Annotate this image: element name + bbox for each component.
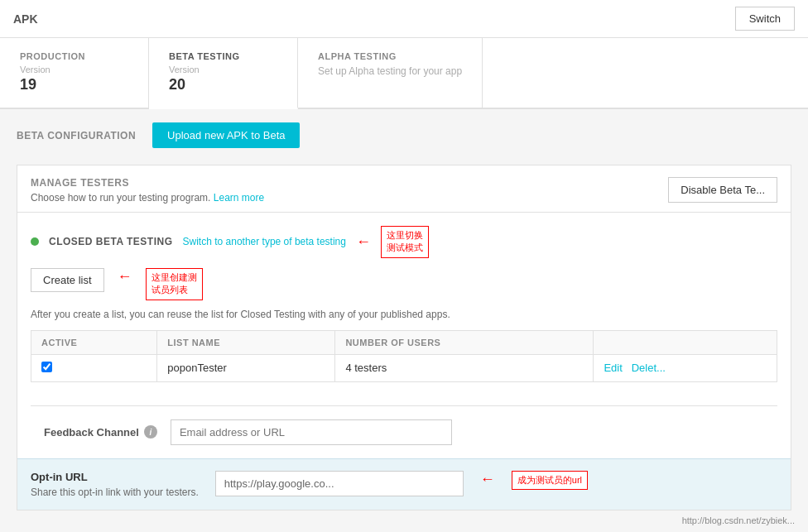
tab-production-label: PRODUCTION — [20, 51, 128, 61]
optin-desc: Share this opt-in link with your testers… — [31, 486, 199, 498]
row-actions: Edit Delet... — [594, 354, 777, 381]
row-num-users: 4 testers — [335, 354, 594, 381]
feedback-input[interactable] — [171, 419, 452, 445]
arrow-icon-3: ← — [480, 471, 495, 488]
testers-table: ACTIVE LIST NAME NUMBER OF USERS poponTe… — [31, 330, 777, 382]
testers-table-wrapper: ACTIVE LIST NAME NUMBER OF USERS poponTe… — [31, 330, 777, 392]
annotation-create-list: 这里创建测试员列表 — [146, 268, 203, 300]
create-list-row: Create list ← 这里创建测试员列表 — [31, 268, 777, 300]
closed-beta-section: CLOSED BETA TESTING Switch to another ty… — [17, 213, 791, 458]
annotation-switch-mode: 这里切换测试模式 — [381, 226, 429, 258]
watermark: http://blog.csdn.net/zybiek... — [676, 512, 801, 524]
tab-beta-label: BETA TESTING — [169, 51, 277, 61]
col-header-actions — [594, 330, 777, 354]
col-header-list-name: LIST NAME — [157, 330, 335, 354]
page-title: APK — [13, 12, 38, 26]
tab-beta-value: 20 — [169, 76, 277, 93]
optin-url-input[interactable] — [215, 471, 464, 496]
tab-alpha-desc: Set up Alpha testing for your app — [318, 65, 462, 79]
edit-link[interactable]: Edit — [604, 362, 622, 374]
closed-beta-header: CLOSED BETA TESTING Switch to another ty… — [31, 226, 777, 258]
optin-section: Opt-in URL Share this opt-in link with y… — [17, 458, 791, 510]
learn-more-link[interactable]: Learn more — [214, 192, 264, 204]
manage-testers-desc: Choose how to run your testing program. … — [31, 192, 264, 204]
tab-production-sublabel: Version — [20, 65, 128, 74]
top-bar: APK Switch — [0, 0, 808, 38]
optin-left: Opt-in URL Share this opt-in link with y… — [31, 471, 199, 498]
feedback-label-text: Feedback Channel — [44, 426, 139, 439]
active-checkbox[interactable] — [41, 362, 52, 372]
beta-config-label: BETA CONFIGURATION — [17, 130, 136, 141]
table-row: poponTester 4 testers Edit Delet... — [31, 354, 777, 381]
col-header-num-users: NUMBER OF USERS — [335, 330, 594, 354]
manage-testers-title: MANAGE TESTERS — [31, 177, 264, 189]
closed-beta-title: CLOSED BETA TESTING — [49, 236, 173, 247]
optin-title: Opt-in URL — [31, 471, 199, 483]
col-header-active: ACTIVE — [31, 330, 157, 354]
manage-testers-header: MANAGE TESTERS Choose how to run your te… — [17, 165, 791, 213]
switch-button[interactable]: Switch — [735, 7, 795, 31]
active-indicator — [31, 237, 39, 246]
manage-testers-section: MANAGE TESTERS Choose how to run your te… — [17, 165, 791, 510]
upload-apk-button[interactable]: Upload new APK to Beta — [152, 122, 300, 148]
arrow-icon-1: ← — [356, 233, 371, 251]
delete-link[interactable]: Delet... — [632, 362, 666, 374]
create-list-button[interactable]: Create list — [31, 268, 104, 292]
tab-production[interactable]: PRODUCTION Version 19 — [0, 38, 149, 108]
tabs-container: PRODUCTION Version 19 BETA TESTING Versi… — [0, 38, 808, 109]
tab-beta-sublabel: Version — [169, 65, 277, 74]
feedback-label: Feedback Channel i — [44, 425, 157, 439]
feedback-section: Feedback Channel i — [31, 405, 777, 458]
content-area: BETA CONFIGURATION Upload new APK to Bet… — [0, 109, 808, 524]
manage-testers-desc-text: Choose how to run your testing program. — [31, 192, 210, 204]
create-list-desc: After you create a list, you can reuse t… — [31, 309, 777, 320]
row-list-name: poponTester — [157, 354, 335, 381]
manage-testers-left: MANAGE TESTERS Choose how to run your te… — [31, 177, 264, 204]
tab-alpha-testing[interactable]: ALPHA TESTING Set up Alpha testing for y… — [298, 38, 483, 108]
annotation-optin-url: 成为测试员的url — [512, 471, 588, 490]
tab-beta-testing[interactable]: BETA TESTING Version 20 — [149, 38, 298, 109]
arrow-icon-2: ← — [118, 268, 132, 285]
tab-production-value: 19 — [20, 76, 128, 93]
disable-beta-button[interactable]: Disable Beta Te... — [668, 177, 777, 203]
row-active-checkbox[interactable] — [31, 354, 157, 381]
tab-alpha-label: ALPHA TESTING — [318, 51, 462, 61]
info-icon: i — [144, 425, 157, 439]
switch-beta-type-link[interactable]: Switch to another type of beta testing — [183, 236, 346, 247]
beta-config-bar: BETA CONFIGURATION Upload new APK to Bet… — [17, 122, 791, 148]
